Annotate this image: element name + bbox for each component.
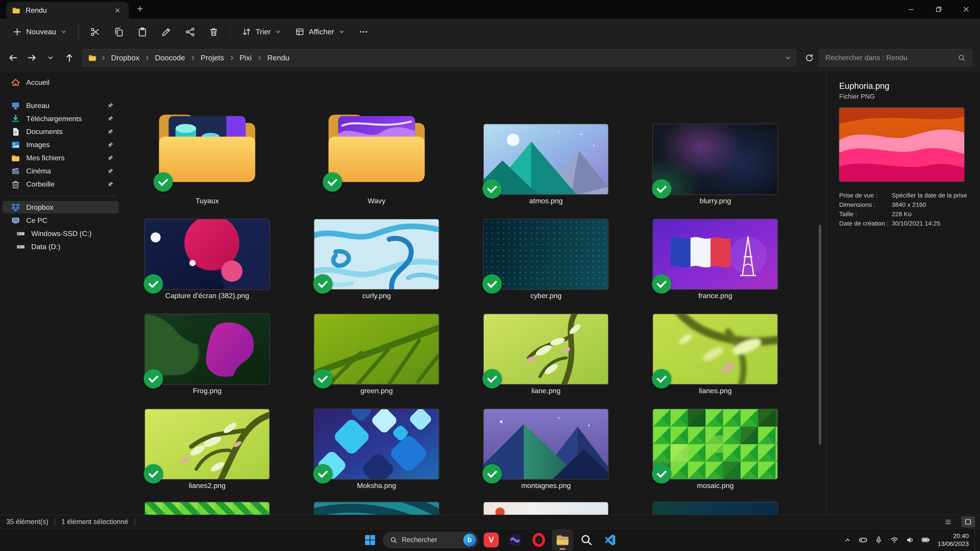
details-view-button[interactable]: [941, 516, 955, 528]
file-tile-france[interactable]: france.png: [630, 213, 800, 308]
tray-chevron-up-icon[interactable]: [840, 531, 855, 549]
property-value[interactable]: Spécifier la date de la prise: [892, 191, 967, 200]
file-tile-montagnes[interactable]: montagnes.png: [461, 402, 630, 497]
image-thumbnail[interactable]: [145, 219, 269, 289]
image-thumbnail[interactable]: [145, 409, 269, 479]
breadcrumb-item[interactable]: Projets: [197, 52, 228, 63]
microphone-icon[interactable]: [871, 531, 886, 549]
sidebar-item-windows-ssd[interactable]: Windows-SSD (C:): [2, 227, 119, 240]
sidebar-item-bureau[interactable]: Bureau: [2, 99, 119, 112]
image-thumbnail[interactable]: [484, 409, 608, 479]
taskbar-search-box[interactable]: Rechercher b: [383, 532, 478, 548]
sidebar-item-ce-pc[interactable]: Ce PC: [2, 214, 119, 227]
restore-button[interactable]: [925, 0, 952, 19]
tab-close-icon[interactable]: [112, 5, 123, 16]
image-thumbnail[interactable]: [314, 219, 439, 289]
vertical-scrollbar[interactable]: [819, 225, 821, 445]
controller-icon[interactable]: [856, 531, 871, 549]
file-tile-wavy[interactable]: Wavy: [292, 80, 461, 213]
sidebar-item-mes-fichiers[interactable]: Mes fichiers: [2, 152, 119, 164]
file-tile-moksha[interactable]: Moksha.png: [292, 402, 461, 497]
thumbnails-view-button[interactable]: [961, 516, 975, 528]
refresh-button[interactable]: [800, 49, 819, 67]
address-bar[interactable]: Dropbox Doocode Projets Pixi Rendu: [83, 49, 796, 67]
breadcrumb-item[interactable]: Doocode: [151, 52, 189, 63]
minimize-button[interactable]: [897, 0, 925, 19]
explorer-tab[interactable]: Rendu: [6, 2, 129, 19]
file-tile-cyber[interactable]: cyber.png: [461, 213, 630, 308]
image-thumbnail[interactable]: [484, 124, 608, 194]
breadcrumb-item[interactable]: Dropbox: [107, 52, 143, 63]
image-thumbnail[interactable]: [145, 314, 269, 384]
breadcrumb-item-current[interactable]: Rendu: [264, 52, 293, 63]
sort-button[interactable]: Trier: [235, 22, 288, 42]
wifi-icon[interactable]: [887, 531, 902, 549]
search-icon[interactable]: [958, 54, 966, 62]
start-button[interactable]: [360, 529, 381, 551]
image-thumbnail[interactable]: [653, 314, 777, 384]
sidebar-item-data-drive[interactable]: Data (D:): [2, 240, 119, 253]
image-thumbnail[interactable]: [484, 502, 608, 515]
file-tile-liane[interactable]: liane.png: [461, 308, 630, 403]
file-tile-tuyaux[interactable]: Tuyaux: [123, 80, 292, 213]
folder-thumbnail[interactable]: [152, 98, 262, 194]
forward-button[interactable]: [22, 49, 41, 67]
image-thumbnail[interactable]: [484, 314, 608, 384]
back-button[interactable]: [4, 49, 22, 67]
file-tile-partial[interactable]: [461, 497, 630, 515]
battery-icon[interactable]: [918, 531, 933, 549]
opera-app-button[interactable]: [528, 529, 549, 551]
vivaldi-app-button[interactable]: V: [480, 529, 502, 551]
clock[interactable]: 20:40 13/06/2023: [934, 532, 972, 548]
file-tile-lianes[interactable]: lianes.png: [630, 308, 800, 403]
image-thumbnail[interactable]: [145, 502, 269, 515]
file-tile-partial[interactable]: [292, 497, 461, 515]
image-thumbnail[interactable]: [314, 409, 439, 479]
sidebar-item-dropbox[interactable]: Dropbox: [2, 201, 119, 213]
breadcrumb-item[interactable]: Pixi: [236, 52, 256, 63]
view-button[interactable]: Afficher: [289, 22, 351, 42]
search-app-button[interactable]: [576, 529, 597, 551]
file-tile-green[interactable]: green.png: [292, 308, 461, 403]
up-button[interactable]: [60, 49, 79, 67]
file-tile-partial[interactable]: [630, 497, 800, 515]
file-tile-mosaic[interactable]: mosaic.png: [630, 402, 800, 497]
image-thumbnail[interactable]: [653, 124, 777, 194]
delete-button[interactable]: [202, 22, 225, 42]
sidebar-item-images[interactable]: Images: [2, 139, 119, 151]
more-options-button[interactable]: [352, 22, 375, 42]
image-thumbnail[interactable]: [653, 502, 777, 515]
file-tile-partial[interactable]: [123, 497, 292, 515]
file-tile-blurry[interactable]: blurry.png: [630, 80, 800, 213]
file-tile-capture[interactable]: Capture d’écran (382).png: [123, 213, 292, 308]
search-input[interactable]: Rechercher dans : Rendu: [819, 49, 972, 67]
sidebar-item-cinema[interactable]: Cinéma: [2, 165, 119, 178]
image-thumbnail[interactable]: [653, 409, 777, 479]
rename-button[interactable]: [155, 22, 178, 42]
file-explorer-app-button[interactable]: [552, 529, 573, 551]
mask-app-button[interactable]: [504, 529, 526, 551]
file-tile-curly[interactable]: curly.png: [292, 213, 461, 308]
address-dropdown-icon[interactable]: [785, 55, 791, 61]
sidebar-item-accueil[interactable]: Accueil: [2, 76, 119, 89]
copy-button[interactable]: [108, 22, 130, 42]
image-thumbnail[interactable]: [653, 219, 777, 289]
new-button[interactable]: Nouveau: [6, 22, 73, 42]
sidebar-item-corbeille[interactable]: Corbeille: [2, 178, 119, 191]
image-thumbnail[interactable]: [314, 502, 439, 515]
bing-icon[interactable]: b: [463, 534, 476, 546]
sidebar-item-documents[interactable]: Documents: [2, 125, 119, 138]
cut-button[interactable]: [84, 22, 106, 42]
new-tab-button[interactable]: [132, 2, 148, 16]
share-button[interactable]: [179, 22, 201, 42]
file-tile-frog[interactable]: Frog.png: [123, 308, 292, 403]
folder-thumbnail[interactable]: [321, 98, 432, 194]
image-thumbnail[interactable]: [484, 219, 608, 289]
paste-button[interactable]: [131, 22, 154, 42]
file-tile-lianes2[interactable]: lianes2.png: [123, 402, 292, 497]
file-tile-atmos[interactable]: atmos.png: [461, 80, 630, 213]
close-button[interactable]: [953, 0, 980, 19]
volume-icon[interactable]: [902, 531, 917, 549]
show-desktop-button[interactable]: [974, 529, 978, 551]
sidebar-item-telechargements[interactable]: Téléchargements: [2, 113, 119, 125]
